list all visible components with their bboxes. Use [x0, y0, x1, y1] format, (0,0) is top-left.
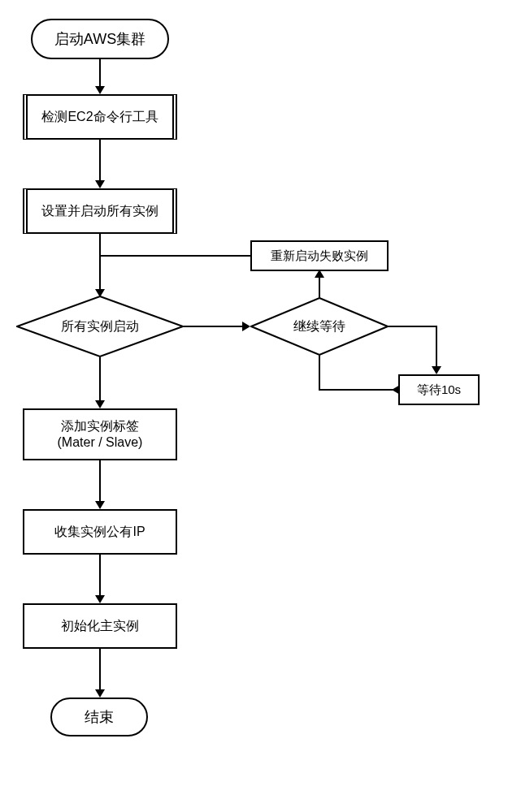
- connector: [99, 460, 101, 503]
- connector: [99, 649, 101, 691]
- arrowhead: [432, 366, 441, 374]
- step-setup-launch: 设置并启动所有实例: [23, 188, 177, 234]
- wait-label: 等待10s: [417, 382, 461, 398]
- step-retry-failed: 重新启动失败实例: [250, 240, 389, 271]
- connector: [99, 59, 101, 88]
- step3-line1: 添加实例标签: [58, 418, 143, 434]
- connector: [436, 326, 437, 368]
- step3-line2: (Mater / Slave): [58, 434, 143, 451]
- connector: [319, 276, 320, 299]
- start-label: 启动AWS集群: [54, 30, 145, 49]
- connector: [101, 255, 252, 257]
- step-detect-ec2: 检测EC2命令行工具: [23, 94, 177, 140]
- decision-all-started: 所有实例启动: [16, 296, 184, 357]
- connector: [99, 555, 101, 597]
- decision-continue-wait: 继续等待: [250, 297, 389, 356]
- step-wait-10s: 等待10s: [398, 374, 480, 405]
- start-terminator: 启动AWS集群: [31, 19, 169, 59]
- arrowhead: [95, 501, 105, 509]
- arrowhead: [392, 385, 400, 395]
- connector: [99, 234, 101, 291]
- svg-marker-1: [251, 298, 388, 355]
- arrowhead: [242, 322, 250, 331]
- flowchart-canvas: 启动AWS集群 检测EC2命令行工具 设置并启动所有实例 所有实例启动 继续等待…: [0, 0, 508, 812]
- retry-label: 重新启动失败实例: [271, 248, 368, 264]
- step-detect-label: 检测EC2命令行工具: [41, 109, 158, 125]
- step-init-master: 初始化主实例: [23, 603, 177, 649]
- step-setup-label: 设置并启动所有实例: [41, 203, 158, 219]
- step-add-tags: 添加实例标签 (Mater / Slave): [23, 408, 177, 460]
- arrowhead: [95, 180, 105, 188]
- end-label: 结束: [85, 708, 114, 727]
- arrowhead: [95, 689, 105, 698]
- connector: [319, 356, 320, 391]
- svg-marker-0: [17, 296, 183, 356]
- connector: [99, 357, 101, 402]
- connector: [99, 140, 101, 182]
- connector: [389, 326, 437, 327]
- arrowhead: [95, 86, 105, 94]
- step-collect-ip: 收集实例公有IP: [23, 509, 177, 555]
- step4-label: 收集实例公有IP: [54, 524, 145, 540]
- arrowhead: [95, 400, 105, 408]
- connector: [319, 389, 399, 391]
- end-terminator: 结束: [50, 698, 148, 736]
- step5-label: 初始化主实例: [61, 618, 139, 634]
- connector: [184, 326, 244, 327]
- arrowhead: [95, 595, 105, 603]
